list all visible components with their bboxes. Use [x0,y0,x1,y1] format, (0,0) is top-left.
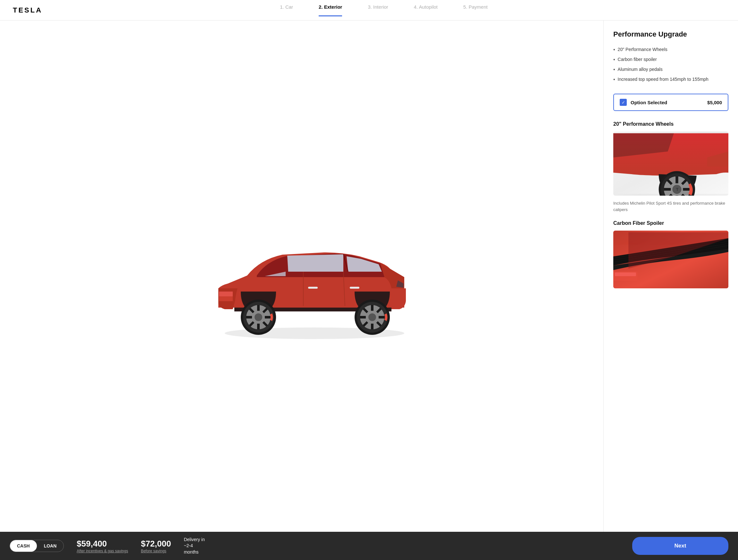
svg-rect-51 [615,273,636,276]
header: TESLA 1. Car 2. Exterior 3. Interior 4. … [0,0,738,21]
svg-text:T: T [676,187,679,192]
wheel-description: Includes Michelin Pilot Sport 4S tires a… [613,200,728,213]
feature-item-2: Carbon fiber spoiler [613,55,728,65]
spoiler-section-title: Carbon Fiber Spoiler [613,220,728,226]
wheel-image: T [613,131,728,196]
nav-step-car[interactable]: 1. Car [280,4,293,16]
wheel-section-title: 20" Performance Wheels [613,121,728,127]
svg-point-9 [368,313,376,321]
svg-rect-4 [308,287,318,289]
nav-step-autopilot[interactable]: 4. Autopilot [414,4,438,16]
spoiler-image-svg [613,231,728,288]
section-title: Performance Upgrade [613,30,728,38]
cash-tab[interactable]: CASH [10,540,37,552]
nav-steps: 1. Car 2. Exterior 3. Interior 4. Autopi… [42,4,725,16]
car-image [190,208,414,343]
main-content: Performance Upgrade 20" Performance Whee… [0,21,738,532]
price-before-savings: $72,000 Before savings [141,539,171,553]
option-selected-label: Option Selected [631,100,703,105]
right-panel: Performance Upgrade 20" Performance Whee… [603,21,738,532]
delivery-label: Delivery in ~2-4 months [184,537,205,556]
car-image-container [190,208,414,344]
option-selected-price: $5,000 [707,100,722,105]
nav-step-interior[interactable]: 3. Interior [368,4,388,16]
price-after-incentives-label[interactable]: After incentives & gas savings [77,549,128,553]
feature-item-1: 20" Performance Wheels [613,45,728,55]
nav-step-payment[interactable]: 5. Payment [463,4,488,16]
wheel-image-svg: T [613,131,728,196]
svg-rect-5 [350,287,359,289]
feature-list: 20" Performance Wheels Carbon fiber spoi… [613,45,728,85]
option-selected-box[interactable]: ✓ Option Selected $5,000 [613,94,728,111]
svg-point-21 [255,313,262,321]
price-after-incentives-amount: $59,400 [77,539,128,549]
price-before-savings-amount: $72,000 [141,539,171,549]
feature-item-3: Aluminum alloy pedals [613,65,728,75]
next-button[interactable]: Next [632,537,728,555]
payment-tabs: CASH LOAN [10,540,64,552]
left-panel [0,21,603,532]
price-before-savings-label[interactable]: Before savings [141,549,171,553]
feature-item-4: Increased top speed from 145mph to 155mp… [613,75,728,85]
nav-step-exterior[interactable]: 2. Exterior [319,4,342,16]
delivery-section: Delivery in ~2-4 months [184,537,205,556]
tesla-logo: TESLA [13,6,42,14]
spoiler-image [613,231,728,288]
price-after-incentives: $59,400 After incentives & gas savings [77,539,128,553]
bottom-bar: CASH LOAN $59,400 After incentives & gas… [0,532,738,560]
checkmark-icon: ✓ [620,99,627,106]
loan-tab[interactable]: LOAN [37,540,64,552]
